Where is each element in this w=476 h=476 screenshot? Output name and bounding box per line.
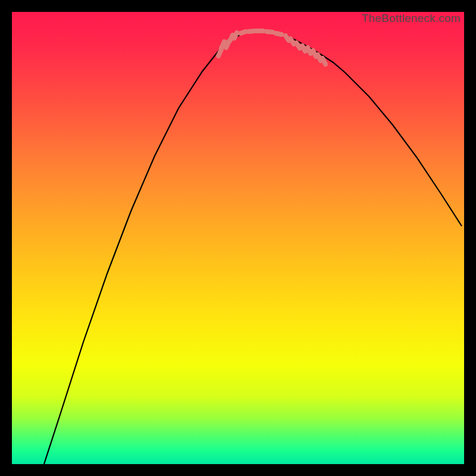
marker-dash	[296, 43, 300, 48]
marker-dash	[267, 32, 273, 32]
marker-dash	[234, 33, 237, 38]
marker-dash	[249, 31, 255, 32]
marker-dash	[276, 33, 281, 35]
marker-dash	[322, 58, 325, 64]
bottleneck-curve	[44, 31, 462, 464]
chart-svg	[12, 12, 464, 464]
watermark-text: TheBottleneck.com	[362, 12, 461, 25]
chart-frame: TheBottleneck.com	[12, 12, 464, 464]
marker-dash	[308, 48, 311, 54]
highlight-markers	[218, 31, 325, 64]
marker-dash	[240, 32, 246, 33]
curve-group	[44, 31, 462, 464]
marker-dash	[313, 51, 316, 57]
marker-dash	[302, 46, 305, 51]
marker-dash	[290, 39, 294, 44]
